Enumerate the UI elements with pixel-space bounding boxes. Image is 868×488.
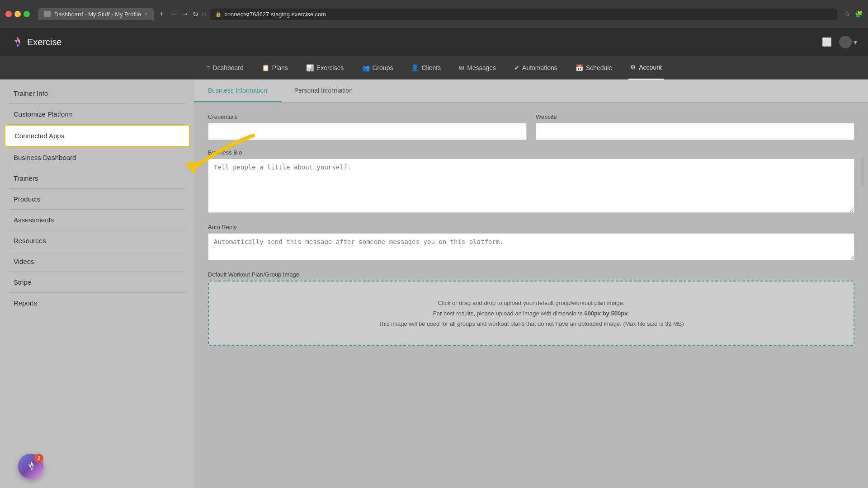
sidebar-reports-label: Reports [14, 299, 38, 307]
nav-groups[interactable]: 👥 Groups [360, 56, 395, 80]
window-icon[interactable]: ⬜ [822, 37, 832, 47]
nav-exercises[interactable]: 📊 Exercises [304, 56, 346, 80]
nav-plans[interactable]: 📋 Plans [260, 56, 290, 80]
sidebar-item-trainers[interactable]: Trainers [0, 168, 194, 188]
scroll-indicator[interactable] [861, 158, 864, 185]
nav-automations-label: Automations [522, 64, 557, 71]
account-icon: ⚙ [630, 64, 636, 71]
form-area: Credentials Website Business Bio Auto Re… [194, 103, 868, 357]
sidebar-item-assessments[interactable]: Assessments [0, 210, 194, 230]
sidebar: Trainer Info Customize Platform Connecte… [0, 80, 194, 488]
nav-exercises-label: Exercises [316, 64, 344, 71]
logo-text: Exercise [27, 37, 62, 47]
notification-orb[interactable]: 2 [18, 454, 43, 479]
clients-icon: 👤 [411, 64, 419, 71]
nav-messages-label: Messages [467, 64, 496, 71]
sidebar-connected-apps-label: Connected Apps [14, 132, 64, 140]
browser-nav: ← → ↻ ⌂ [171, 10, 207, 19]
user-menu[interactable]: ▾ [839, 36, 857, 48]
credentials-group: Credentials [208, 113, 527, 140]
logo[interactable]: Exercise [11, 36, 62, 48]
auto-reply-label: Auto Reply [208, 224, 854, 230]
chevron-down-icon: ▾ [854, 38, 857, 47]
address-bar[interactable]: 🔒 connectst763627.staging.exercise.com [210, 9, 837, 20]
website-input[interactable] [536, 123, 854, 140]
svg-marker-2 [14, 40, 17, 44]
sidebar-videos-label: Videos [14, 258, 34, 265]
close-dot[interactable] [5, 11, 12, 17]
sidebar-resources-label: Resources [14, 237, 46, 244]
sidebar-business-dashboard-label: Business Dashboard [14, 154, 76, 161]
sidebar-item-videos[interactable]: Videos [0, 251, 194, 272]
back-button[interactable]: ← [171, 10, 178, 18]
sidebar-products-label: Products [14, 195, 40, 203]
tab-business-information[interactable]: Business Information [194, 80, 281, 102]
avatar [839, 36, 852, 48]
credentials-website-row: Credentials Website [208, 113, 854, 140]
nav-automations[interactable]: ✔ Automations [512, 56, 559, 80]
sidebar-item-connected-apps[interactable]: Connected Apps [5, 125, 190, 147]
credentials-input[interactable] [208, 123, 527, 140]
bookmark-icon[interactable]: ☆ [844, 10, 850, 18]
exercises-icon: 📊 [306, 64, 314, 71]
main-content: Trainer Info Customize Platform Connecte… [0, 80, 868, 488]
new-tab-button[interactable]: + [159, 10, 163, 18]
website-label: Website [536, 113, 854, 120]
orb-icon [24, 460, 37, 473]
extensions-icon[interactable]: 🧩 [855, 10, 863, 18]
maximize-dot[interactable] [24, 11, 30, 17]
nav-dashboard-label: Dashboard [212, 64, 244, 71]
business-bio-textarea[interactable] [208, 159, 854, 213]
messages-icon: ✉ [459, 64, 464, 71]
sidebar-item-stripe[interactable]: Stripe [0, 272, 194, 292]
sidebar-item-reports[interactable]: Reports [0, 293, 194, 313]
nav-bar: ≡ Dashboard 📋 Plans 📊 Exercises 👥 Groups… [0, 56, 868, 80]
nav-schedule[interactable]: 📅 Schedule [574, 56, 614, 80]
default-image-label: Default Workout Plan/Group Image [208, 271, 854, 278]
auto-reply-textarea[interactable] [208, 233, 854, 260]
nav-dashboard[interactable]: ≡ Dashboard [204, 56, 245, 80]
upload-dimensions: 600px by 500px [584, 310, 627, 317]
sidebar-item-products[interactable]: Products [0, 189, 194, 209]
svg-marker-3 [17, 44, 20, 47]
forward-button[interactable]: → [182, 10, 189, 18]
home-button[interactable]: ⌂ [202, 10, 207, 18]
logo-icon [11, 36, 24, 48]
business-bio-label: Business Bio [208, 149, 854, 156]
credentials-label: Credentials [208, 113, 527, 120]
svg-marker-7 [28, 465, 31, 468]
svg-marker-6 [31, 465, 33, 468]
sidebar-item-trainer-info[interactable]: Trainer Info [0, 83, 194, 103]
groups-icon: 👥 [362, 64, 370, 71]
sidebar-item-business-dashboard[interactable]: Business Dashboard [0, 147, 194, 168]
nav-plans-label: Plans [272, 64, 288, 71]
upload-line2: For best results, please upload an image… [433, 310, 629, 317]
sidebar-item-resources[interactable]: Resources [0, 230, 194, 251]
sidebar-trainer-info-label: Trainer Info [14, 89, 48, 97]
website-group: Website [536, 113, 854, 140]
svg-marker-8 [31, 468, 33, 472]
nav-account[interactable]: ⚙ Account [628, 56, 664, 80]
auto-reply-group: Auto Reply [208, 224, 854, 262]
nav-clients[interactable]: 👤 Clients [409, 56, 443, 80]
svg-marker-5 [31, 461, 33, 465]
content-tabs: Business Information Personal Informatio… [194, 80, 868, 103]
tab-personal-information[interactable]: Personal Information [281, 80, 366, 102]
content-area: Business Information Personal Informatio… [194, 80, 868, 488]
image-upload-area[interactable]: Click or drag and drop to upload your de… [208, 281, 854, 346]
sidebar-assessments-label: Assessments [14, 216, 54, 224]
dashboard-icon: ≡ [206, 64, 210, 71]
nav-messages[interactable]: ✉ Messages [457, 56, 498, 80]
tab-close-icon[interactable]: × [145, 11, 147, 17]
tab-title: Dashboard - My Stuff - My Profile [54, 11, 141, 18]
schedule-icon: 📅 [576, 64, 583, 71]
browser-actions: ☆ 🧩 [844, 10, 863, 18]
automations-icon: ✔ [514, 64, 519, 71]
browser-tab[interactable]: Dashboard - My Stuff - My Profile × [38, 8, 154, 20]
sidebar-item-customize-platform[interactable]: Customize Platform [0, 104, 194, 124]
sidebar-stripe-label: Stripe [14, 278, 31, 286]
minimize-dot[interactable] [14, 11, 21, 17]
nav-account-label: Account [639, 64, 662, 71]
refresh-button[interactable]: ↻ [193, 10, 198, 19]
browser-chrome: Dashboard - My Stuff - My Profile × + ← … [0, 0, 868, 28]
